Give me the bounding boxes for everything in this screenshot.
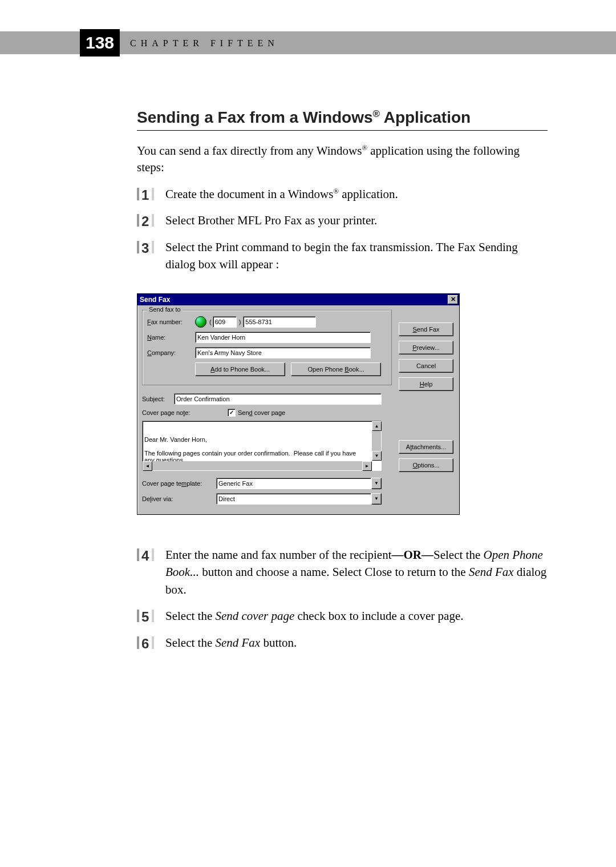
step-text: Select the [165,636,215,650]
steps-list-top: 1 Create the document in a Windows® appl… [137,186,548,273]
deliver-via-select[interactable]: Direct ▼ [216,493,382,505]
step-marker: 2 [137,212,156,228]
chevron-down-icon[interactable]: ▼ [371,493,382,505]
registered-mark: ® [373,108,380,119]
page-number: 138 [80,29,120,57]
step-text: Select the Print command to begin the fa… [165,240,518,271]
fax-number-row: Fax number: ( 609 ) 555-8731 [147,316,387,328]
intro-paragraph: You can send a fax directly from any Win… [137,143,548,175]
page-header: 138 CHAPTER FIFTEEN [0,31,616,54]
step-text: Create the document in a Windows [165,187,333,201]
dialog-titlebar[interactable]: Send Fax ✕ [137,294,459,305]
dialog-title: Send Fax [140,296,170,304]
step-marker: 1 [137,186,156,201]
step-text: Select the [165,609,215,623]
section-title: Sending a Fax from a Windows® Applicatio… [137,108,548,131]
step-text-bold: —OR— [392,548,434,562]
cover-note-heading-row: Cover page note: ✓ Send cover page [142,409,382,417]
step-3: 3 Select the Print command to begin the … [137,239,548,273]
options-button[interactable]: Options... [399,458,453,472]
help-button[interactable]: Help [399,377,453,391]
step-number: 2 [141,212,149,232]
send-fax-to-group: Send fax to Fax number: ( 609 ) 555-8731… [142,310,392,385]
title-text: Sending a Fax from a Windows [137,108,373,126]
main-content: Sending a Fax from a Windows® Applicatio… [137,108,548,651]
scroll-right-icon[interactable]: ► [362,461,372,471]
step-5: 5 Select the Send cover page check box t… [137,607,548,624]
dialog-button-column: Send Fax Preview... Cancel Help [399,322,453,391]
scroll-up-icon[interactable]: ▲ [372,421,382,431]
check-icon: ✓ [228,409,236,417]
step-text-italic: Send Fax [215,636,260,650]
name-input[interactable]: Ken Vander Horn [195,332,371,343]
registered-mark: ® [333,187,339,195]
intro-text: You can send a fax directly from any Win… [137,144,362,158]
group-legend: Send fax to [147,306,183,313]
name-row: Name: Ken Vander Horn [147,332,387,343]
attachments-button[interactable]: Attachments... [399,440,453,454]
step-number: 1 [141,186,149,205]
step-text: Select Brother MFL Pro Fax as your print… [165,213,377,227]
step-marker: 6 [137,634,156,650]
step-text: Select the [433,548,483,562]
company-row: Company: Ken's Army Navy Store [147,347,387,358]
open-phone-book-button[interactable]: Open Phone Book... [291,362,381,376]
step-4: 4 Enter the name and fax number of the r… [137,546,548,598]
subject-row: Subject: Order Confirmation [142,393,382,405]
step-text: Enter the name and fax number of the rec… [165,548,392,562]
deliver-via-row: Deliver via: Direct ▼ [142,493,382,505]
step-marker: 5 [137,607,156,623]
add-phone-book-button[interactable]: Add to Phone Book... [195,362,285,376]
step-2: 2 Select Brother MFL Pro Fax as your pri… [137,212,548,229]
step-number: 6 [141,634,149,654]
subject-input[interactable]: Order Confirmation [174,393,382,405]
scroll-down-icon[interactable]: ▼ [372,451,382,461]
cover-page-note-text: Dear Mr. Vander Horn, The following page… [144,436,361,463]
close-icon[interactable]: ✕ [448,295,458,304]
step-1: 1 Create the document in a Windows® appl… [137,186,548,203]
fax-area-code-input[interactable]: 609 [213,316,237,328]
step-number: 3 [141,239,149,259]
title-text-2: Application [380,108,471,126]
chapter-label: CHAPTER FIFTEEN [130,38,279,49]
step-marker: 4 [137,546,156,562]
scroll-left-icon[interactable]: ◄ [143,461,152,471]
steps-list-bottom: 4 Enter the name and fax number of the r… [137,546,548,651]
fax-number-input[interactable]: 555-8731 [243,316,316,328]
vertical-scrollbar[interactable]: ▲ ▼ [372,421,381,461]
preview-button[interactable]: Preview... [399,341,453,354]
step-text-italic: Send Fax [469,565,514,579]
step-text: button and choose a name. Select Close t… [199,565,469,579]
company-input[interactable]: Ken's Army Navy Store [195,347,371,358]
send-fax-dialog: Send Fax ✕ Send Fax Preview... Cancel He… [137,293,460,515]
cancel-button[interactable]: Cancel [399,359,453,373]
deliver-via-value: Direct [216,493,371,505]
globe-icon[interactable] [195,316,206,328]
step-text: application. [339,187,398,201]
step-number: 5 [141,607,149,627]
horizontal-scrollbar[interactable]: ◄ ► [143,461,372,470]
cover-page-note-textarea[interactable]: Dear Mr. Vander Horn, The following page… [142,421,382,471]
step-text: button. [260,636,297,650]
step-text-italic: Send cover page [215,609,294,623]
step-6: 6 Select the Send Fax button. [137,634,548,651]
send-cover-page-checkbox[interactable]: ✓ Send cover page [228,409,285,417]
registered-mark: ® [362,144,367,152]
step-number: 4 [141,546,149,566]
step-text: check box to include a cover page. [294,609,463,623]
step-marker: 3 [137,239,156,255]
send-fax-button[interactable]: Send Fax [399,322,453,336]
